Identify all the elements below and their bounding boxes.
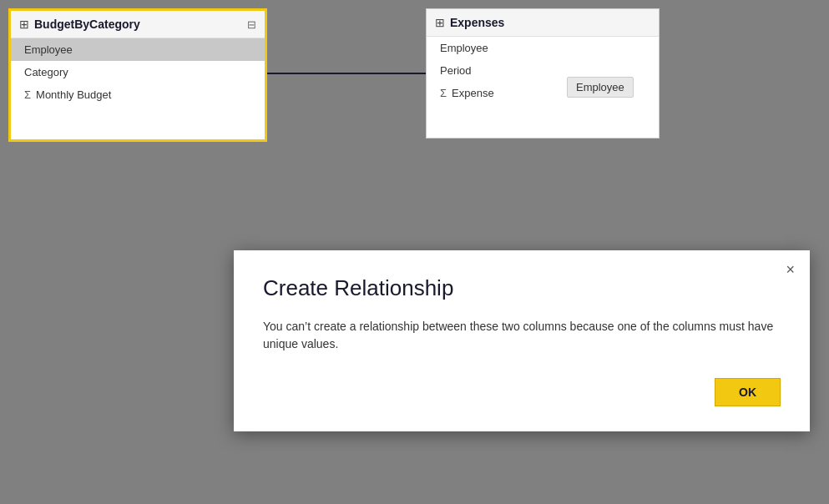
expenses-table-header: ⊞ Expenses — [427, 9, 659, 37]
table1-title: BudgetByCategory — [34, 18, 140, 31]
dialog-close-button[interactable]: × — [786, 262, 795, 277]
dialog-title: Create Relationship — [263, 275, 781, 301]
employee-label: Employee — [24, 43, 73, 56]
ok-button[interactable]: OK — [715, 378, 781, 406]
table2-title: Expenses — [450, 16, 504, 29]
table2-row-employee[interactable]: Employee — [427, 37, 659, 59]
expense-label: Expense — [452, 87, 494, 99]
expenses-grid-icon: ⊞ — [435, 16, 445, 29]
layout-icon: ⊟ — [247, 18, 256, 31]
dialog-footer: OK — [263, 378, 781, 406]
employee-tooltip: Employee — [567, 77, 634, 98]
table-header: ⊞ BudgetByCategory ⊟ — [11, 11, 265, 38]
create-relationship-dialog: × Create Relationship You can’t create a… — [234, 250, 810, 431]
period-label: Period — [440, 64, 472, 77]
table-grid-icon: ⊞ — [19, 18, 29, 31]
dialog-message: You can’t create a relationship between … — [263, 318, 781, 353]
sigma-icon-1: Σ — [24, 88, 31, 101]
monthly-budget-label: Monthly Budget — [36, 88, 111, 101]
expenses-employee-label: Employee — [440, 42, 488, 54]
budget-by-category-table: ⊞ BudgetByCategory ⊟ Employee Category Σ… — [8, 8, 267, 142]
employee-badge-label: Employee — [576, 81, 624, 93]
table1-row-monthly-budget[interactable]: Σ Monthly Budget — [11, 83, 265, 106]
sigma-icon-2: Σ — [440, 87, 447, 99]
table1-row-employee[interactable]: Employee — [11, 38, 265, 61]
category-label: Category — [24, 66, 68, 78]
expenses-table: ⊞ Expenses Employee Period Σ Expense — [426, 8, 660, 139]
table1-row-category[interactable]: Category — [11, 61, 265, 83]
